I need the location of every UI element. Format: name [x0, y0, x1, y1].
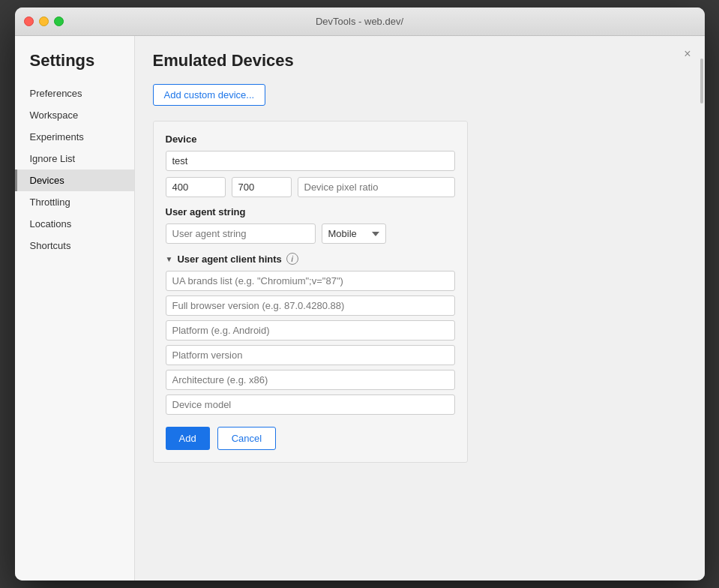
sidebar-item-devices[interactable]: Devices [15, 170, 134, 191]
collapse-icon: ▼ [166, 255, 173, 263]
ua-platform-version-input[interactable] [166, 345, 455, 365]
device-name-row [166, 151, 455, 171]
add-custom-device-button[interactable]: Add custom device... [153, 84, 266, 106]
hints-fields [166, 271, 455, 415]
sidebar-item-experiments[interactable]: Experiments [15, 126, 134, 148]
add-button[interactable]: Add [166, 427, 210, 450]
sidebar-item-preferences[interactable]: Preferences [15, 82, 134, 104]
sidebar-item-workspace[interactable]: Workspace [15, 104, 134, 126]
ua-section-title: User agent string [166, 206, 455, 218]
sidebar-title: Settings [15, 51, 134, 82]
ua-type-select[interactable]: Mobile Desktop [322, 224, 386, 244]
device-width-input[interactable] [166, 177, 226, 197]
sidebar-item-locations[interactable]: Locations [15, 213, 134, 235]
page-title: Emulated Devices [153, 51, 687, 70]
ua-device-model-input[interactable] [166, 394, 455, 415]
ua-string-row: Mobile Desktop [166, 224, 455, 244]
maximize-button[interactable] [54, 16, 64, 26]
ua-hints-title: User agent client hints [177, 254, 281, 265]
ua-string-section: User agent string Mobile Desktop [166, 206, 455, 244]
ua-string-input[interactable] [166, 224, 316, 244]
ua-brands-input[interactable] [166, 271, 455, 291]
main-content: × Emulated Devices Add custom device... … [135, 36, 705, 580]
device-form: Device User agent string Mobile [153, 121, 468, 463]
sidebar-item-throttling[interactable]: Throttling [15, 191, 134, 213]
dialog-close-button[interactable]: × [684, 48, 691, 60]
close-button[interactable] [24, 16, 34, 26]
device-height-input[interactable] [232, 177, 292, 197]
ua-hints-section: ▼ User agent client hints i [166, 253, 455, 415]
traffic-lights [24, 16, 64, 26]
ua-architecture-input[interactable] [166, 370, 455, 390]
scrollbar-thumb[interactable] [700, 58, 703, 104]
ua-platform-input[interactable] [166, 320, 455, 340]
sidebar: Settings Preferences Workspace Experimen… [15, 36, 135, 580]
devtools-window: DevTools - web.dev/ Settings Preferences… [15, 8, 705, 580]
device-pixel-ratio-input[interactable] [298, 177, 455, 197]
device-name-input[interactable] [166, 151, 455, 171]
info-icon[interactable]: i [286, 253, 298, 265]
sidebar-item-shortcuts[interactable]: Shortcuts [15, 235, 134, 256]
cancel-button[interactable]: Cancel [217, 427, 276, 450]
device-section-title: Device [166, 134, 455, 145]
window-title: DevTools - web.dev/ [316, 16, 403, 27]
ua-hints-header[interactable]: ▼ User agent client hints i [166, 253, 455, 265]
ua-browser-version-input[interactable] [166, 296, 455, 316]
sidebar-item-ignore-list[interactable]: Ignore List [15, 148, 134, 170]
titlebar: DevTools - web.dev/ [15, 8, 705, 36]
scrollbar-track [699, 36, 705, 580]
content-area: Settings Preferences Workspace Experimen… [15, 36, 705, 580]
minimize-button[interactable] [39, 16, 49, 26]
device-dimensions-row [166, 177, 455, 197]
form-actions: Add Cancel [166, 427, 455, 450]
